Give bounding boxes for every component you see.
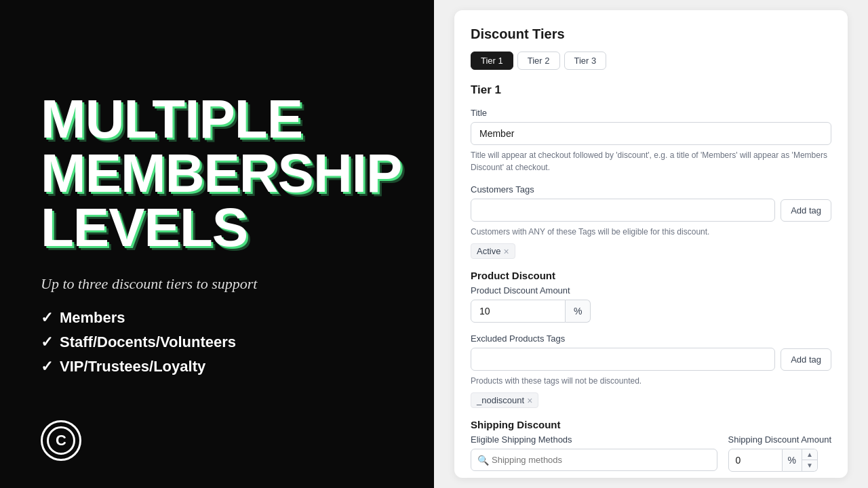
shipping-methods-input[interactable] <box>471 449 717 471</box>
shipping-row: Eligible Shipping Methods 🔍 Shipping Dis… <box>471 434 831 472</box>
shipping-search-wrapper: 🔍 <box>471 449 717 471</box>
logo-area: C <box>41 420 81 461</box>
product-discount-input[interactable] <box>471 300 566 323</box>
shipping-percent-symbol: % <box>783 449 802 472</box>
excluded-products-helper: Products with these tags will not be dis… <box>471 375 831 387</box>
tab-tier-1[interactable]: Tier 1 <box>471 52 513 70</box>
shipping-discount-amount-wrapper: Shipping Discount Amount % ▲ ▼ <box>728 434 831 472</box>
nodiscount-tag-label: _nodiscount <box>477 395 524 405</box>
title-helper: Title will appear at checkout followed b… <box>471 149 831 174</box>
excluded-products-group: Excluded Products Tags Add tag Products … <box>471 333 831 408</box>
shipping-stepper: ▲ ▼ <box>802 449 818 472</box>
customers-tags-label: Customers Tags <box>471 184 831 195</box>
checkmark-icon-2: ✓ <box>41 333 53 351</box>
excluded-products-label: Excluded Products Tags <box>471 333 831 344</box>
active-tag-label: Active <box>477 246 500 256</box>
title-label: Title <box>471 108 831 118</box>
logo-letter: C <box>56 432 66 449</box>
product-discount-group: Product Discount Product Discount Amount… <box>471 270 831 323</box>
left-panel: MULTIPLEMEMBERSHIPLEVELS Up to three dis… <box>0 0 434 488</box>
excluded-add-tag-button[interactable]: Add tag <box>781 348 831 371</box>
excluded-products-input-row: Add tag <box>471 348 831 371</box>
title-input[interactable] <box>471 122 831 145</box>
discount-tiers-card: Discount Tiers Tier 1 Tier 2 Tier 3 Tier… <box>454 10 848 478</box>
tab-tier-2[interactable]: Tier 2 <box>517 52 560 70</box>
customers-tags-list: Active × <box>471 243 831 259</box>
active-tag-remove[interactable]: × <box>503 247 509 256</box>
customers-add-tag-button[interactable]: Add tag <box>781 199 831 222</box>
subtitle: Up to three discount tiers to support <box>41 275 393 293</box>
shipping-discount-amount-label: Shipping Discount Amount <box>728 434 831 445</box>
main-heading: MULTIPLEMEMBERSHIPLEVELS <box>41 92 393 255</box>
title-field-group: Title Title will appear at checkout foll… <box>471 108 831 174</box>
active-tag: Active × <box>471 243 515 259</box>
shipping-amount-row: % ▲ ▼ <box>728 449 831 472</box>
customers-tags-group: Customers Tags Add tag Customers with AN… <box>471 184 831 259</box>
tier-section-title: Tier 1 <box>471 83 831 97</box>
feature-item-1: ✓ Members <box>41 309 393 327</box>
stepper-up-button[interactable]: ▲ <box>802 449 817 460</box>
feature-label-1: Members <box>60 309 125 327</box>
checkmark-icon-3: ✓ <box>41 358 53 375</box>
product-discount-amount-label: Product Discount Amount <box>471 285 831 296</box>
feature-label-2: Staff/Docents/Volunteers <box>60 333 236 351</box>
right-panel: Discount Tiers Tier 1 Tier 2 Tier 3 Tier… <box>434 0 868 488</box>
feature-item-2: ✓ Staff/Docents/Volunteers <box>41 333 393 351</box>
checkmark-icon: ✓ <box>41 309 53 327</box>
shipping-discount-title: Shipping Discount <box>471 419 831 430</box>
customers-tags-input-row: Add tag <box>471 199 831 222</box>
feature-label-3: VIP/Trustees/Loyalty <box>60 358 205 375</box>
product-discount-title: Product Discount <box>471 270 831 281</box>
shipping-discount-input[interactable] <box>728 449 783 472</box>
excluded-products-input[interactable] <box>471 348 775 371</box>
excluded-tags-list: _nodiscount × <box>471 392 831 408</box>
nodiscount-tag: _nodiscount × <box>471 392 538 408</box>
shipping-discount-group: Shipping Discount Eligible Shipping Meth… <box>471 419 831 472</box>
customers-tags-helper: Customers with ANY of these Tags will be… <box>471 226 831 238</box>
tier-tabs: Tier 1 Tier 2 Tier 3 <box>471 52 831 70</box>
feature-item-3: ✓ VIP/Trustees/Loyalty <box>41 358 393 375</box>
eligible-shipping-label: Eligible Shipping Methods <box>471 434 717 445</box>
nodiscount-tag-remove[interactable]: × <box>527 396 532 405</box>
product-discount-amount-row: % <box>471 300 831 323</box>
stepper-down-button[interactable]: ▼ <box>802 460 817 471</box>
logo-inner: C <box>47 426 75 455</box>
product-percent-symbol: % <box>566 300 591 323</box>
card-title: Discount Tiers <box>471 26 831 42</box>
feature-list: ✓ Members ✓ Staff/Docents/Volunteers ✓ V… <box>41 309 393 382</box>
tab-tier-3[interactable]: Tier 3 <box>564 52 607 70</box>
customers-tags-input[interactable] <box>471 199 775 222</box>
logo-circle: C <box>41 420 81 461</box>
shipping-methods-wrapper: Eligible Shipping Methods 🔍 <box>471 434 717 471</box>
search-icon: 🔍 <box>477 455 489 466</box>
